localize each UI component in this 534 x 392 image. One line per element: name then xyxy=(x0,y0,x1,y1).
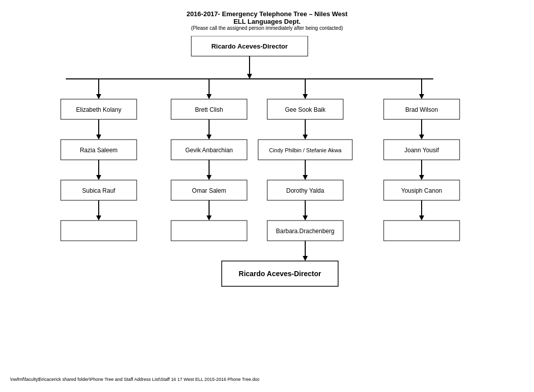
svg-text:Joann Yousif: Joann Yousif xyxy=(404,147,439,154)
svg-marker-6 xyxy=(96,94,101,99)
svg-text:Subica Rauf: Subica Rauf xyxy=(82,187,115,194)
svg-text:Elizabeth Kolany: Elizabeth Kolany xyxy=(76,106,121,113)
header: 2016-2017- Emergency Telephone Tree – Ni… xyxy=(10,10,524,31)
svg-marker-38 xyxy=(96,175,101,180)
svg-text:Ricardo Aceves-Director: Ricardo Aceves-Director xyxy=(239,270,321,278)
svg-marker-12 xyxy=(419,94,424,99)
svg-marker-58 xyxy=(303,215,308,221)
svg-marker-10 xyxy=(303,94,308,99)
svg-marker-67 xyxy=(303,256,308,261)
svg-text:Ricardo Aceves-Director: Ricardo Aceves-Director xyxy=(211,42,287,50)
svg-marker-56 xyxy=(207,215,212,221)
svg-text:Brad Wilson: Brad Wilson xyxy=(405,106,438,113)
footer-path: \nwfmf\faculty$\ricacerick shared folder… xyxy=(10,377,260,382)
svg-marker-28 xyxy=(419,135,424,140)
svg-text:Omar Salem: Omar Salem xyxy=(192,187,226,194)
svg-marker-8 xyxy=(207,94,212,99)
title-line2: ELL Languages Dept. xyxy=(10,18,524,25)
svg-marker-54 xyxy=(96,215,101,221)
svg-marker-3 xyxy=(247,74,252,79)
svg-marker-22 xyxy=(96,135,101,140)
svg-rect-62 xyxy=(171,221,247,241)
svg-text:Gevik Anbarchian: Gevik Anbarchian xyxy=(185,147,233,154)
title-line1: 2016-2017- Emergency Telephone Tree – Ni… xyxy=(10,10,524,18)
page: 2016-2017- Emergency Telephone Tree – Ni… xyxy=(0,0,534,392)
svg-text:Barbara.Drachenberg: Barbara.Drachenberg xyxy=(276,228,334,235)
svg-text:Yousiph Canon: Yousiph Canon xyxy=(401,187,442,194)
svg-text:Razia Saleem: Razia Saleem xyxy=(80,147,118,154)
svg-rect-65 xyxy=(384,221,460,241)
svg-rect-61 xyxy=(61,221,137,241)
svg-text:Dorothy Yalda: Dorothy Yalda xyxy=(286,187,324,194)
svg-marker-42 xyxy=(303,175,308,180)
svg-marker-40 xyxy=(207,175,212,180)
org-chart: Ricardo Aceves-Director Elizabeth Kolany… xyxy=(10,36,524,350)
title-line3: (Please call the assigned person immedia… xyxy=(10,25,524,31)
svg-marker-26 xyxy=(303,135,308,140)
svg-text:Cindy Philbin / Stefanie Akwa: Cindy Philbin / Stefanie Akwa xyxy=(269,147,342,153)
svg-text:Gee Sook Baik: Gee Sook Baik xyxy=(285,106,326,113)
svg-marker-24 xyxy=(207,135,212,140)
svg-marker-44 xyxy=(419,175,424,180)
svg-marker-60 xyxy=(419,215,424,221)
svg-text:Brett Clish: Brett Clish xyxy=(195,106,223,113)
